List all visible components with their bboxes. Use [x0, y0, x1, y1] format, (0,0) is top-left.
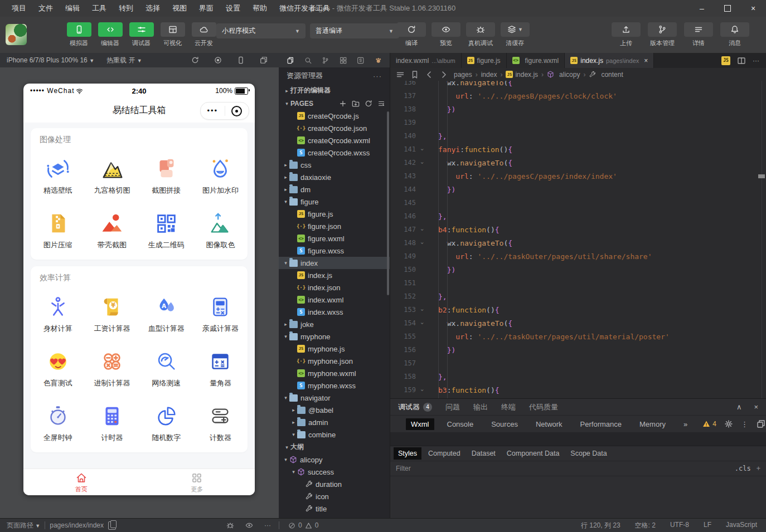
- mode-button-sliders[interactable]: 调试器: [128, 22, 154, 47]
- app-item[interactable]: 截图拼接: [139, 148, 193, 203]
- preview-eye-icon[interactable]: [245, 521, 253, 529]
- action-list[interactable]: 详情: [684, 22, 713, 47]
- float-window-icon[interactable]: [260, 56, 268, 64]
- tree-item-title[interactable]: title: [279, 502, 390, 515]
- menu-item[interactable]: 工具: [86, 0, 113, 17]
- tab-home[interactable]: 首页: [23, 469, 139, 495]
- breadcrumb-item-alicopy[interactable]: alicopy: [547, 71, 580, 79]
- tree-arrow-icon[interactable]: ▾: [282, 395, 289, 401]
- maximize-button[interactable]: [715, 0, 740, 17]
- project-avatar[interactable]: [6, 24, 27, 45]
- close-tab-icon[interactable]: ×: [644, 57, 648, 65]
- debugger-tab-调试器[interactable]: 调试器4: [398, 402, 432, 412]
- tree-item-figure.wxml[interactable]: <>figure.wxml: [279, 232, 390, 245]
- close-panel-icon[interactable]: ×: [754, 403, 758, 411]
- split-editor-icon[interactable]: [737, 56, 746, 65]
- tree-item-myphone.wxss[interactable]: Smyphone.wxss: [279, 379, 390, 392]
- undock-icon[interactable]: [757, 419, 765, 428]
- app-item[interactable]: 亲戚计算器: [193, 286, 248, 341]
- fold-chevron-icon[interactable]: ›: [416, 387, 428, 393]
- action-branch[interactable]: 版本管理: [648, 22, 677, 47]
- tree-item-success[interactable]: ▾success: [279, 466, 390, 478]
- app-item[interactable]: 进制计算器: [85, 341, 139, 396]
- more-actions-icon[interactable]: ···: [373, 72, 382, 80]
- devtools-tab-»[interactable]: »: [678, 418, 692, 430]
- tree-item-alicopy[interactable]: ▾alicopy: [279, 453, 390, 466]
- breadcrumb-item-content[interactable]: content: [589, 71, 623, 79]
- compile-select[interactable]: 普通编译 ▼: [310, 23, 399, 38]
- fold-chevron-icon[interactable]: ›: [416, 320, 428, 326]
- tree-item-combine[interactable]: ▾combine: [279, 428, 390, 441]
- nav-forward-icon[interactable]: [439, 70, 448, 79]
- app-item[interactable]: 随机数字: [139, 396, 193, 450]
- mode-select[interactable]: 小程序模式 ▼: [216, 23, 306, 38]
- tree-arrow-icon[interactable]: ▾: [282, 260, 289, 266]
- files-icon[interactable]: [287, 56, 294, 65]
- tree-item-myphone[interactable]: ▾myphone: [279, 330, 390, 343]
- add-rule-button[interactable]: +: [757, 465, 760, 472]
- editor-more-icon[interactable]: ···: [753, 57, 759, 65]
- app-item[interactable]: 身材计算: [31, 286, 85, 341]
- action-layers[interactable]: ▼清缓存: [501, 22, 530, 47]
- mode-button-phone[interactable]: 模拟器: [66, 22, 92, 47]
- plugin-paw-icon[interactable]: [375, 56, 382, 65]
- app-item[interactable]: 计数器: [193, 396, 248, 450]
- menu-item[interactable]: 项目: [6, 0, 32, 17]
- search-icon[interactable]: [304, 56, 312, 65]
- tree-item-daxiaoxie[interactable]: ▸daxiaoxie: [279, 171, 390, 183]
- tree-item-index.wxml[interactable]: <>index.wxml: [279, 294, 390, 306]
- mode-button-code[interactable]: 编辑器: [97, 22, 123, 47]
- status-more-icon[interactable]: ···: [264, 521, 271, 529]
- collapse-all-icon[interactable]: [377, 100, 385, 108]
- fold-chevron-icon[interactable]: ›: [416, 160, 428, 166]
- app-item[interactable]: 计时器: [85, 396, 139, 450]
- menu-item[interactable]: 视图: [166, 0, 193, 17]
- menu-item[interactable]: 微信开发者工具: [273, 0, 336, 17]
- statusbar-segment[interactable]: UTF-8: [670, 521, 689, 530]
- tree-item-myphone.js[interactable]: JSmyphone.js: [279, 343, 390, 355]
- git-branch-icon[interactable]: [322, 56, 329, 65]
- debugger-tab-问题[interactable]: 问题: [445, 402, 460, 412]
- menu-item[interactable]: 帮助: [246, 0, 273, 17]
- editor-tab-figure.js[interactable]: JSfigure.js: [462, 53, 507, 68]
- style-tab-Styles[interactable]: Styles: [394, 447, 421, 460]
- code-area[interactable]: 136 wx.navigateTo({137 url: '../../pages…: [390, 81, 766, 398]
- tree-arrow-icon[interactable]: ▾: [282, 334, 289, 339]
- tree-arrow-icon[interactable]: ▾: [290, 432, 297, 437]
- action-bell[interactable]: 消息: [720, 22, 749, 47]
- devtools-tab-Sources[interactable]: Sources: [486, 418, 523, 430]
- app-item[interactable]: 色盲测试: [31, 341, 85, 396]
- app-item[interactable]: A血型计算器: [139, 286, 193, 341]
- statusbar-segment[interactable]: 行 120, 列 23: [581, 521, 620, 530]
- devtools-tab-Memory[interactable]: Memory: [634, 418, 671, 430]
- editor-tab-figure.wxml[interactable]: <>figure.wxml: [507, 53, 565, 68]
- fold-chevron-icon[interactable]: ›: [416, 147, 428, 153]
- devtools-tab-Network[interactable]: Network: [531, 418, 568, 430]
- explorer-scrollbar[interactable]: [387, 111, 389, 295]
- action-bug[interactable]: 真机调试: [466, 22, 495, 47]
- extensions-icon[interactable]: [340, 56, 347, 65]
- bookmark-icon[interactable]: [410, 70, 419, 79]
- app-item[interactable]: 生成二维码: [139, 203, 193, 257]
- hot-reload-toggle[interactable]: 热重载 开 ▼: [106, 56, 142, 65]
- mode-button-layout[interactable]: 可视化: [159, 22, 186, 47]
- scroll-position-marker[interactable]: [758, 174, 765, 178]
- tree-item-createQrcode.wxml[interactable]: <>createQrcode.wxml: [279, 134, 390, 147]
- device-frame-icon[interactable]: [237, 56, 245, 64]
- tree-item-dm[interactable]: ▸dm: [279, 183, 390, 196]
- debugger-tab-代码质量[interactable]: 代码质量: [529, 402, 558, 412]
- tree-arrow-icon[interactable]: ▾: [290, 469, 297, 475]
- style-tab-Dataset[interactable]: Dataset: [467, 447, 500, 460]
- action-upload[interactable]: 上传: [612, 22, 641, 47]
- breadcrumb-item-pages[interactable]: pages: [454, 71, 472, 79]
- editor-tab-index.wxml[interactable]: index.wxml...\album: [390, 53, 462, 68]
- style-tab-Computed[interactable]: Computed: [424, 447, 465, 460]
- breadcrumb-item-index[interactable]: index: [481, 71, 497, 79]
- devtools-tab-Performance[interactable]: Performance: [575, 418, 627, 430]
- statusbar-segment[interactable]: 空格: 2: [635, 521, 656, 530]
- pages-root-row[interactable]: ▾PAGES: [279, 97, 390, 110]
- sass-icon[interactable]: [357, 56, 365, 65]
- collapse-panel-icon[interactable]: ∧: [736, 403, 742, 411]
- filter-input[interactable]: Filter: [396, 465, 411, 472]
- more-menu-button[interactable]: •••: [201, 108, 225, 114]
